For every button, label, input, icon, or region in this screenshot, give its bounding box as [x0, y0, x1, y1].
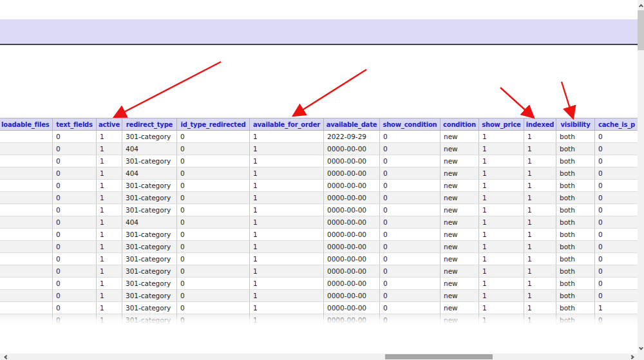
cell-indexed: 1: [524, 278, 556, 290]
table-row: 01301-category010000-00-000new11both0: [0, 290, 638, 302]
cell-visibility: both: [556, 143, 595, 155]
cell-redirect_type: 301-category: [122, 229, 177, 241]
cell-condition: new: [440, 131, 479, 143]
chevron-right-icon: [629, 354, 634, 359]
cell-visibility: both: [556, 131, 595, 143]
cell-loadable_files: [0, 143, 53, 155]
cell-id_type_redirected: 0: [177, 314, 250, 325]
cell-show_price: 1: [479, 192, 524, 204]
cell-redirect_type: 301-category: [122, 314, 177, 325]
cell-show_condition: 0: [380, 180, 440, 192]
cell-loadable_files: [0, 180, 53, 192]
cell-loadable_files: [0, 204, 53, 216]
scroll-left-button[interactable]: [0, 354, 10, 360]
table-row: 01301-category010000-00-000new11both0: [0, 229, 638, 241]
cell-available_for_order: 1: [250, 192, 324, 204]
cell-redirect_type: 301-category: [122, 192, 177, 204]
cell-condition: new: [440, 290, 479, 302]
cell-active: 1: [97, 216, 122, 229]
table-row: 01301-category012022-09-290new11both0: [0, 131, 638, 143]
column-header-show_condition[interactable]: show_condition: [380, 118, 440, 131]
cell-indexed: 1: [524, 265, 556, 278]
cell-visibility: both: [556, 155, 595, 167]
cell-show_price: 1: [479, 253, 524, 265]
table-row: 01301-category010000-00-000new11both0: [0, 155, 638, 167]
scroll-right-button[interactable]: [627, 354, 638, 360]
cell-available_date: 0000-00-00: [324, 180, 380, 192]
column-header-redirect_type[interactable]: redirect_type: [122, 118, 177, 131]
cell-available_date: 2022-09-29: [324, 131, 380, 143]
cell-available_date: 0000-00-00: [324, 143, 380, 155]
column-header-active[interactable]: active: [97, 118, 122, 131]
column-header-id_type_redirected[interactable]: id_type_redirected: [177, 118, 250, 131]
cell-condition: new: [440, 167, 479, 180]
scroll-up-button[interactable]: [638, 0, 644, 10]
cell-condition: new: [440, 302, 479, 314]
cell-cache_is_p: 0: [595, 180, 638, 192]
cell-show_condition: 0: [380, 241, 440, 253]
cell-indexed: 1: [524, 241, 556, 253]
cell-show_price: 1: [479, 241, 524, 253]
cell-show_price: 1: [479, 155, 524, 167]
cell-redirect_type: 404: [122, 216, 177, 229]
column-header-show_price[interactable]: show_price: [479, 118, 524, 131]
cell-visibility: both: [556, 278, 595, 290]
cell-text_fields: 0: [53, 302, 97, 314]
cell-available_for_order: 1: [250, 278, 324, 290]
column-header-text_fields[interactable]: text_fields: [53, 118, 97, 131]
cell-cache_is_p: 0: [595, 253, 638, 265]
cell-id_type_redirected: 0: [177, 253, 250, 265]
cell-condition: new: [440, 278, 479, 290]
column-header-available_date[interactable]: available_date: [324, 118, 380, 131]
column-header-loadable_files[interactable]: loadable_files: [0, 118, 53, 131]
cell-condition: new: [440, 241, 479, 253]
cell-active: 1: [97, 204, 122, 216]
cell-available_date: 0000-00-00: [324, 278, 380, 290]
cell-condition: new: [440, 192, 479, 204]
cell-cache_is_p: 0: [595, 216, 638, 229]
column-header-visibility[interactable]: visibility: [556, 118, 595, 131]
cell-show_price: 1: [479, 229, 524, 241]
cell-redirect_type: 301-category: [122, 241, 177, 253]
cell-show_condition: 0: [380, 155, 440, 167]
cell-text_fields: 0: [53, 241, 97, 253]
cell-show_price: 1: [479, 131, 524, 143]
cell-visibility: both: [556, 253, 595, 265]
scroll-down-button[interactable]: [638, 343, 644, 354]
browser-viewport: loadable_filestext_fieldsactiveredirect_…: [0, 0, 644, 360]
cell-active: 1: [97, 290, 122, 302]
cell-cache_is_p: 0: [595, 265, 638, 278]
cell-text_fields: 0: [53, 229, 97, 241]
cell-active: 1: [97, 314, 122, 325]
cell-available_for_order: 1: [250, 204, 324, 216]
cell-redirect_type: 301-category: [122, 253, 177, 265]
cell-active: 1: [97, 229, 122, 241]
cell-condition: new: [440, 314, 479, 325]
cell-show_condition: 0: [380, 278, 440, 290]
cell-text_fields: 0: [53, 143, 97, 155]
cell-id_type_redirected: 0: [177, 155, 250, 167]
cell-cache_is_p: 0: [595, 143, 638, 155]
horizontal-scrollbar-thumb[interactable]: [385, 354, 493, 359]
cell-id_type_redirected: 0: [177, 229, 250, 241]
vertical-scrollbar-thumb[interactable]: [638, 10, 644, 50]
cell-active: 1: [97, 167, 122, 180]
annotation-arrow-visibility: [562, 82, 573, 118]
cell-show_condition: 0: [380, 216, 440, 229]
cell-show_condition: 0: [380, 265, 440, 278]
cell-id_type_redirected: 0: [177, 302, 250, 314]
vertical-scrollbar[interactable]: [638, 0, 644, 354]
column-header-cache_is_p[interactable]: cache_is_p: [595, 118, 638, 131]
column-header-available_for_order[interactable]: available_for_order: [250, 118, 324, 131]
cell-available_date: 0000-00-00: [324, 241, 380, 253]
horizontal-scrollbar[interactable]: [0, 354, 644, 360]
column-header-condition[interactable]: condition: [440, 118, 479, 131]
cell-redirect_type: 301-category: [122, 155, 177, 167]
cell-show_condition: 0: [380, 143, 440, 155]
cell-active: 1: [97, 131, 122, 143]
cell-id_type_redirected: 0: [177, 265, 250, 278]
cell-visibility: both: [556, 167, 595, 180]
column-header-indexed[interactable]: indexed: [524, 118, 556, 131]
cell-indexed: 1: [524, 143, 556, 155]
table-row: 01301-category010000-00-000new11both0: [0, 180, 638, 192]
